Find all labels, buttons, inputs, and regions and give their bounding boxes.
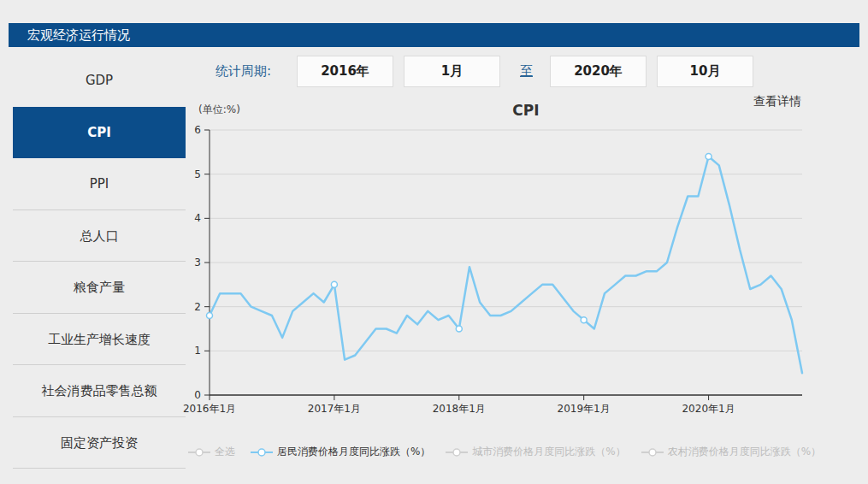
svg-text:2017年1月: 2017年1月	[308, 403, 361, 415]
legend-item-select-all[interactable]: 全选	[188, 445, 235, 459]
sidebar-item-retail-sales[interactable]: 社会消费品零售总额	[13, 365, 186, 417]
period-label: 统计周期:	[216, 63, 271, 80]
legend-label: 全选	[215, 445, 235, 459]
sidebar: GDPCPIPPI总人口粮食产量工业生产增长速度社会消费品零售总额固定资产投资	[13, 55, 186, 469]
legend-item-resident-cpi[interactable]: 居民消费价格月度同比涨跌（%）	[251, 445, 430, 459]
sidebar-item-fixed-investment[interactable]: 固定资产投资	[13, 417, 186, 469]
legend-line-marker-icon	[446, 447, 468, 457]
legend-line-marker-icon	[251, 447, 273, 457]
start-month-select[interactable]: 1月	[404, 56, 500, 87]
svg-text:2: 2	[194, 301, 201, 313]
sidebar-item-gdp[interactable]: GDP	[13, 55, 186, 107]
svg-text:2020年1月: 2020年1月	[682, 403, 735, 415]
legend-item-rural-cpi[interactable]: 农村消费价格月度同比涨跌（%）	[641, 445, 821, 459]
sidebar-item-total-population[interactable]: 总人口	[13, 210, 186, 263]
legend-item-urban-cpi[interactable]: 城市消费价格月度同比涨跌（%）	[446, 445, 625, 459]
svg-text:2019年1月: 2019年1月	[558, 403, 611, 415]
start-month-value: 1月	[441, 63, 463, 79]
chart-legend: 全选居民消费价格月度同比涨跌（%）城市消费价格月度同比涨跌（%）农村消费价格月度…	[192, 445, 817, 459]
end-month-select[interactable]: 10月	[657, 56, 753, 87]
legend-label: 农村消费价格月度同比涨跌（%）	[668, 445, 821, 459]
sidebar-item-cpi[interactable]: CPI	[13, 107, 186, 159]
period-to-label: 至	[520, 63, 533, 80]
svg-text:4: 4	[194, 212, 201, 224]
legend-label: 居民消费价格月度同比涨跌（%）	[277, 445, 430, 459]
svg-text:5: 5	[194, 168, 201, 180]
svg-text:1: 1	[194, 345, 201, 357]
legend-label: 城市消费价格月度同比涨跌（%）	[472, 445, 625, 459]
sidebar-item-ppi[interactable]: PPI	[13, 158, 186, 210]
legend-line-marker-icon	[188, 447, 210, 457]
sidebar-item-grain-output[interactable]: 粮食产量	[13, 262, 186, 314]
end-year-value: 2020年	[574, 63, 623, 79]
svg-text:6: 6	[194, 126, 201, 136]
section-header: 宏观经济运行情况	[9, 23, 859, 47]
end-year-select[interactable]: 2020年	[550, 56, 647, 87]
page-title: 宏观经济运行情况	[27, 27, 130, 43]
cpi-line-chart: 01234562016年1月2017年1月2018年1月2019年1月2020年…	[175, 126, 817, 425]
svg-text:3: 3	[194, 257, 201, 269]
svg-text:2016年1月: 2016年1月	[183, 403, 236, 415]
svg-text:2018年1月: 2018年1月	[433, 403, 486, 415]
sidebar-list: GDPCPIPPI总人口粮食产量工业生产增长速度社会消费品零售总额固定资产投资	[13, 55, 186, 469]
sidebar-item-industrial-growth[interactable]: 工业生产增长速度	[13, 314, 186, 366]
start-year-value: 2016年	[321, 63, 369, 79]
end-month-value: 10月	[690, 63, 721, 79]
chart-title: CPI	[210, 102, 842, 119]
page: 宏观经济运行情况 GDPCPIPPI总人口粮食产量工业生产增长速度社会消费品零售…	[0, 0, 868, 484]
start-year-select[interactable]: 2016年	[297, 56, 393, 87]
legend-line-marker-icon	[641, 447, 664, 457]
svg-text:0: 0	[194, 389, 201, 401]
